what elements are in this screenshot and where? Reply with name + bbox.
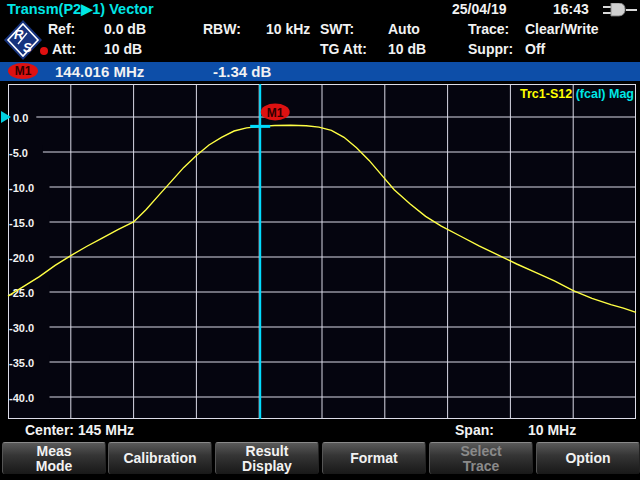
softkey-meas-mode[interactable]: Meas Mode [2,442,106,474]
rbw-value: 10 kHz [266,21,310,38]
rbw-label: RBW: [203,21,241,38]
softkey-option[interactable]: Option [536,442,640,474]
trace-title: Trc1-S12 (fcal) Mag [520,87,634,101]
att-active-bullet-icon [40,47,48,55]
tg-att-value: 10 dB [388,41,426,58]
chart-svg: 0.0-5.0-10.0-15.0-20.0-25.0-30.0-35.0-40… [0,84,640,420]
marker-level: -1.34 dB [213,63,271,80]
suppr-value: Off [525,41,545,58]
y-axis-tick-label: -30.0 [9,322,34,334]
softkey-select-trace: Select Trace [429,442,533,474]
ref-value: 0.0 dB [104,21,146,38]
center-frequency-label: Center: [25,422,74,438]
y-axis-tick-label: -35.0 [9,357,34,369]
rohde-schwarz-logo: R S [3,19,43,65]
span-label: Span: [455,422,494,438]
att-label: Att: [52,41,76,58]
svg-text:S: S [23,40,32,55]
measurement-title: Transm(P2▶1) Vector [7,1,154,18]
ac-power-plug-icon [603,3,637,21]
analyzer-screen: Transm(P2▶1) Vector 25/04/19 16:43 R S R… [0,0,640,480]
y-axis-tick-label: 0.0 [13,112,28,124]
marker-frequency: 144.016 MHz [55,63,144,80]
y-axis-tick-label: -15.0 [9,217,34,229]
softkey-bar: Meas Mode Calibration Result Display For… [0,442,640,475]
trace-mode-value: Clear/Write [525,21,599,38]
trace-title-name: Trc1-S12 [520,87,572,101]
y-axis-tick-label: -40.0 [9,392,34,404]
suppr-label: Suppr: [468,41,513,58]
softkey-result-display[interactable]: Result Display [215,442,319,474]
span-value: 10 MHz [528,422,576,438]
chart-area: 0.0-5.0-10.0-15.0-20.0-25.0-30.0-35.0-40… [0,84,640,420]
y-axis-tick-label: -5.0 [9,147,28,159]
marker-badge: M1 [8,63,38,79]
center-frequency-value: 145 MHz [78,422,134,438]
status-date: 25/04/19 [452,1,507,18]
status-time: 16:43 [553,1,589,18]
chart-marker-badge-label: M1 [267,106,284,120]
swt-label: SWT: [320,21,354,38]
ref-label: Ref: [48,21,75,38]
tg-att-label: TG Att: [320,41,367,58]
softkey-format[interactable]: Format [322,442,426,474]
trace-title-suffix: (fcal) Mag [572,87,634,101]
y-axis-tick-label: -10.0 [9,182,34,194]
att-value: 10 dB [104,41,142,58]
y-axis-tick-label: -20.0 [9,252,34,264]
swt-value: Auto [388,21,420,38]
softkey-calibration[interactable]: Calibration [108,442,212,474]
trace-mode-label: Trace: [468,21,509,38]
